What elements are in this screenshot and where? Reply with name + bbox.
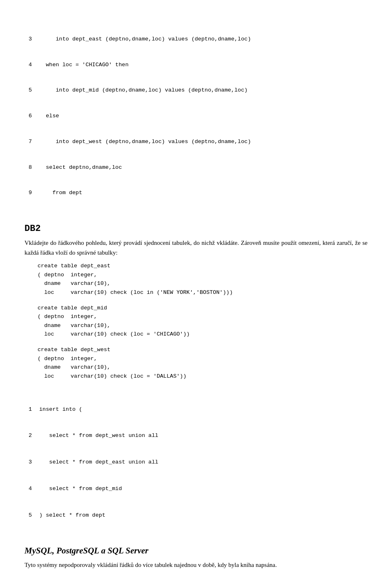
insert-line-num-2: 2 (24, 431, 39, 440)
line-num-6: 6 (24, 112, 39, 121)
code-line-6: 6 else (24, 112, 368, 121)
mysql-heading: MySQL, PostgreSQL a SQL Server (24, 544, 368, 558)
code-line-5: 5 into dept_mid (deptno,dname,loc) value… (24, 86, 368, 95)
insert-line-code-3: select * from dept_east union all (39, 458, 158, 467)
line-num-3: 3 (24, 35, 39, 44)
line-code-7: into dept_west (deptno,dname,loc) values… (39, 138, 251, 146)
insert-line-code-2: select * from dept_west union all (39, 431, 158, 440)
code-line-9: 9 from dept (24, 189, 368, 197)
code-line-3: 3 into dept_east (deptno,dname,loc) valu… (24, 35, 368, 44)
create-table-east: create table dept_east ( deptno integer,… (38, 262, 368, 297)
insert-line-1: 1 insert into ( (24, 405, 368, 414)
insert-line-num-5: 5 (24, 511, 39, 520)
line-code-5: into dept_mid (deptno,dname,loc) values … (39, 86, 247, 95)
code-line-4: 4 when loc = 'CHICAGO' then (24, 61, 368, 69)
intro-text: Vkládejte do řádkového pohledu, který pr… (24, 238, 368, 258)
insert-line-code-4: select * from dept_mid (39, 484, 122, 493)
insert-line-5: 5 ) select * from dept (24, 511, 368, 520)
insert-line-2: 2 select * from dept_west union all (24, 431, 368, 440)
insert-block: 1 insert into ( 2 select * from dept_wes… (24, 387, 368, 537)
mysql-text: Tyto systémy nepodporovaly vkládání řádk… (24, 560, 368, 570)
line-code-8: select deptno,dname,loc (39, 163, 122, 172)
db2-heading-top: DB2 (24, 222, 368, 235)
insert-line-num-4: 4 (24, 484, 39, 493)
line-code-9: from dept (39, 189, 82, 197)
line-num-7: 7 (24, 138, 39, 146)
code-line-8: 8 select deptno,dname,loc (24, 163, 368, 172)
line-code-6: else (39, 112, 59, 121)
create-table-mid: create table dept_mid ( deptno integer, … (38, 304, 368, 339)
insert-line-code-1: insert into ( (39, 405, 82, 414)
insert-line-3: 3 select * from dept_east union all (24, 458, 368, 467)
insert-line-4: 4 select * from dept_mid (24, 484, 368, 493)
insert-line-num-3: 3 (24, 458, 39, 467)
line-code-3: into dept_east (deptno,dname,loc) values… (39, 35, 251, 44)
line-num-5: 5 (24, 86, 39, 95)
page-content: 3 into dept_east (deptno,dname,loc) valu… (0, 0, 392, 580)
insert-line-code-5: ) select * from dept (39, 511, 105, 520)
line-num-9: 9 (24, 189, 39, 197)
line-code-4: when loc = 'CHICAGO' then (39, 61, 129, 69)
insert-line-num-1: 1 (24, 405, 39, 414)
code-line-7: 7 into dept_west (deptno,dname,loc) valu… (24, 138, 368, 146)
code-block-top: 3 into dept_east (deptno,dname,loc) valu… (24, 18, 368, 215)
create-table-west: create table dept_west ( deptno integer,… (38, 345, 368, 381)
line-num-8: 8 (24, 163, 39, 172)
line-num-4: 4 (24, 61, 39, 69)
